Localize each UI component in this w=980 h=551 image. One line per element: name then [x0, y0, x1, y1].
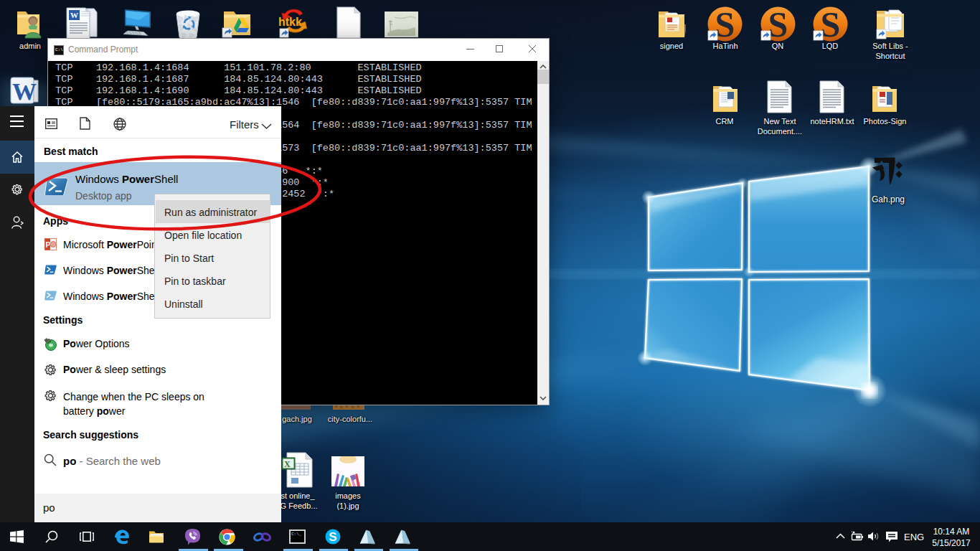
svg-text:P: P: [46, 240, 51, 249]
svg-text:S: S: [329, 530, 336, 544]
svg-text:S: S: [715, 6, 735, 42]
svg-text:W: W: [12, 78, 37, 105]
svg-text:htkk: htkk: [278, 16, 302, 28]
svg-text:W: W: [70, 11, 78, 19]
svg-text:X: X: [284, 459, 291, 469]
svg-text:S: S: [821, 6, 841, 42]
svg-text:S: S: [768, 6, 788, 42]
